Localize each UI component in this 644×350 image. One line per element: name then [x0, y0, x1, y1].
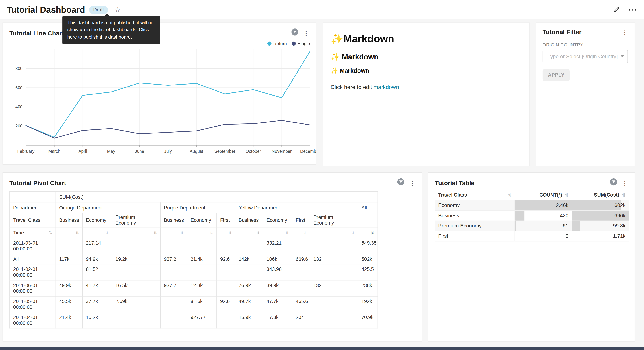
sort-icon[interactable]: ⇅ — [105, 230, 108, 235]
pivot-value-cell: 332.21 — [263, 238, 292, 254]
table-row: Economy2.46k602k — [435, 200, 629, 210]
markdown-edit-link[interactable]: markdown — [374, 84, 399, 90]
pivot-value-cell: 502k — [358, 254, 378, 264]
pivot-value-cell: 192k — [358, 296, 378, 312]
cell-bar — [572, 231, 572, 241]
pivot-value-cell: 937.2 — [160, 280, 187, 296]
pivot-col-header: Economy — [263, 213, 292, 227]
more-menu-icon[interactable]: ⋯ — [628, 8, 638, 12]
table-header-row: Travel Class⇅COUNT(*)⇅SUM(Cost)⇅ — [435, 190, 629, 200]
col-header-travel-class[interactable]: Travel Class⇅ — [435, 190, 515, 200]
pivot-value-cell: 92.6 — [216, 254, 235, 264]
col-header-count[interactable]: COUNT(*)⇅ — [515, 190, 572, 200]
sort-icon[interactable]: ⇅ — [256, 230, 260, 235]
pivot-value-cell: 132 — [310, 254, 358, 264]
travel-class-cell: Premium Economy — [435, 221, 515, 231]
sort-icon[interactable]: ⇅ — [154, 230, 157, 235]
sort-icon[interactable]: ⇅ — [285, 230, 289, 235]
publish-tooltip[interactable]: This dashboard is not published, it will… — [62, 16, 160, 44]
kebab-menu-icon[interactable]: ⋮ — [408, 180, 416, 186]
pivot-value-cell — [187, 238, 216, 254]
pivot-col-header: Premium Economy — [112, 213, 160, 227]
pivot-value-cell: 343.98 — [263, 264, 292, 280]
pivot-col-header: Economy — [82, 213, 112, 227]
col-header-sum-cost[interactable]: SUM(Cost)⇅ — [572, 190, 629, 200]
filter-badge-icon[interactable] — [291, 28, 298, 37]
sort-icon[interactable]: ⇅ — [228, 230, 232, 235]
favorite-star-icon[interactable]: ☆ — [115, 6, 120, 13]
pivot-value-cell: 94.9k — [82, 254, 112, 264]
pivot-value-cell: 37.7k — [82, 296, 112, 312]
legend-item-single[interactable]: Single — [292, 41, 310, 46]
pivot-value-cell — [310, 312, 358, 328]
sort-icon[interactable]: ⇅ — [351, 230, 354, 235]
sort-icon[interactable]: ⇅ — [622, 193, 626, 197]
svg-text:September: September — [214, 149, 235, 154]
pivot-value-cell — [160, 238, 187, 254]
pivot-value-cell: 17.3k — [263, 312, 292, 328]
pivot-value-cell: 21.4k — [56, 312, 82, 328]
pivot-value-cell — [216, 312, 235, 328]
pivot-value-cell: 927.77 — [187, 312, 216, 328]
sort-icon[interactable]: ⇅ — [508, 193, 512, 197]
pivot-value-cell — [216, 238, 235, 254]
apply-button[interactable]: APPLY — [542, 70, 570, 81]
origin-country-select[interactable]: Type or Select [Origin Country] — [542, 50, 628, 63]
pivot-value-cell — [112, 312, 160, 328]
pivot-row-header: 2011-02-01 00:00:00 — [10, 264, 56, 280]
pivot-value-cell — [56, 264, 82, 280]
chart-legend: ReturnSingle — [268, 41, 310, 46]
filter-badge-icon[interactable] — [610, 178, 617, 187]
pivot-value-cell: 8.16k — [187, 296, 216, 312]
pivot-row: 2011-02-01 00:00:0081.52343.98425.5 — [10, 264, 378, 280]
table-card-title: Tutorial Table — [435, 179, 610, 186]
sort-icon[interactable]: ⇅ — [210, 230, 213, 235]
kebab-menu-icon[interactable]: ⋮ — [621, 29, 629, 35]
svg-text:February: February — [17, 149, 34, 154]
svg-text:March: March — [48, 149, 60, 154]
pivot-corner-cell — [10, 192, 56, 202]
dashboard-grid: Tutorial Line Chart ⋮ ReturnSingle 20040… — [0, 19, 644, 350]
pivot-col-header: First — [292, 213, 310, 227]
sort-icon[interactable]: ⇅ — [49, 230, 52, 235]
sort-icon[interactable]: ⇅ — [371, 230, 374, 235]
pivot-chart-card: Tutorial Pivot Chart ⋮ SUM(Cost)Departme… — [2, 172, 422, 342]
pivot-value-cell: 76.9k — [235, 280, 263, 296]
pivot-row: 2011-05-01 00:00:0045.5k37.7k2.69k8.16k9… — [10, 296, 378, 312]
pivot-group-header: Orange Department — [56, 202, 160, 213]
pivot-value-cell — [235, 264, 263, 280]
pivot-value-cell: 12.3k — [187, 280, 216, 296]
pivot-sort-cell: ⇅ — [310, 227, 358, 238]
pivot-measure-header: SUM(Cost) — [56, 192, 378, 202]
kebab-menu-icon[interactable]: ⋮ — [621, 180, 629, 186]
pivot-value-cell: 45.5k — [56, 296, 82, 312]
pivot-value-cell — [160, 296, 187, 312]
pivot-value-cell — [160, 312, 187, 328]
sort-icon[interactable]: ⇅ — [180, 230, 184, 235]
filter-badge-icon[interactable] — [397, 178, 404, 187]
pivot-chart-title: Tutorial Pivot Chart — [10, 179, 397, 186]
draft-status-badge[interactable]: Draft — [89, 6, 108, 14]
pivot-value-cell — [187, 264, 216, 280]
sort-icon[interactable]: ⇅ — [303, 230, 306, 235]
pivot-value-cell: 47.7k — [263, 296, 292, 312]
select-placeholder: Type or Select [Origin Country] — [548, 54, 618, 59]
sort-icon[interactable]: ⇅ — [565, 193, 568, 197]
table-card: Tutorial Table ⋮ Travel Class⇅COUNT(*)⇅S… — [428, 172, 635, 342]
sum-cost-cell: 1.71k — [572, 231, 629, 241]
pivot-value-cell: 49.7k — [235, 296, 263, 312]
travel-class-cell: Economy — [435, 200, 515, 210]
pivot-col-header: Business — [56, 213, 82, 227]
table-row: Premium Economy6199.8k — [435, 221, 629, 231]
kebab-menu-icon[interactable]: ⋮ — [302, 30, 310, 36]
markdown-paragraph: Click here to edit markdown — [331, 84, 522, 90]
sort-icon[interactable]: ⇅ — [76, 230, 79, 235]
markdown-heading-3: ✨ Markdown — [331, 67, 522, 74]
travel-class-cell: Business — [435, 210, 515, 221]
legend-item-return[interactable]: Return — [268, 41, 287, 46]
pivot-row: 2011-04-01 00:00:0021.4k15.2k927.7715.9k… — [10, 312, 378, 328]
line-chart-canvas[interactable]: 200400600800FebruaryMarchAprilMayJuneJul… — [3, 46, 316, 164]
pivot-value-cell: 238k — [358, 280, 378, 296]
edit-pencil-icon[interactable] — [613, 6, 620, 13]
svg-text:200: 200 — [16, 124, 23, 128]
